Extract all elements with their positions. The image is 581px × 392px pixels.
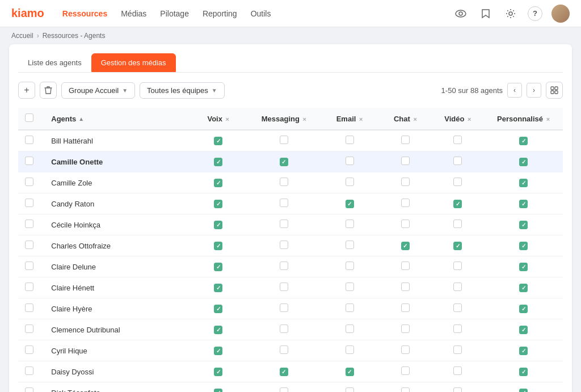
cell-messaging[interactable]: [248, 319, 320, 340]
row-checkbox[interactable]: [25, 136, 33, 144]
cell-messaging[interactable]: [248, 172, 320, 193]
tab-gestion-medias[interactable]: Gestion des médias: [91, 53, 176, 72]
cell-email[interactable]: [320, 172, 379, 193]
row-checkbox[interactable]: [519, 200, 528, 208]
cell-video[interactable]: [432, 172, 485, 193]
cell-chat[interactable]: [379, 130, 432, 151]
cell-email[interactable]: [320, 214, 379, 235]
cell-perso[interactable]: [484, 214, 563, 235]
row-checkbox[interactable]: [401, 345, 410, 354]
row-checkbox[interactable]: [346, 283, 354, 291]
cell-email[interactable]: [320, 151, 379, 172]
row-checkbox[interactable]: [346, 345, 354, 354]
row-checkbox[interactable]: [401, 366, 410, 375]
row-checkbox[interactable]: [401, 387, 410, 392]
nav-ressources[interactable]: Ressources: [62, 7, 107, 20]
filter-email-close[interactable]: ×: [359, 116, 363, 123]
row-checkbox[interactable]: [519, 158, 528, 166]
cell-voix[interactable]: [189, 340, 248, 361]
row-checkbox[interactable]: [280, 283, 288, 291]
row-checkbox[interactable]: [401, 324, 410, 333]
row-checkbox[interactable]: [346, 157, 354, 165]
cell-chat[interactable]: [379, 340, 432, 361]
row-checkbox[interactable]: [401, 220, 410, 228]
cell-messaging[interactable]: [248, 214, 320, 235]
row-checkbox[interactable]: [346, 304, 354, 312]
cell-video[interactable]: [432, 277, 485, 298]
row-checkbox[interactable]: [519, 242, 528, 250]
cell-email[interactable]: [320, 193, 379, 214]
cell-email[interactable]: [320, 382, 379, 393]
row-checkbox[interactable]: [453, 242, 462, 250]
cell-voix[interactable]: [189, 256, 248, 277]
row-checkbox[interactable]: [280, 178, 288, 186]
row-checkbox[interactable]: [346, 241, 354, 249]
cell-video[interactable]: [432, 256, 485, 277]
eye-icon[interactable]: [453, 6, 469, 22]
row-checkbox[interactable]: [346, 387, 354, 392]
cell-chat[interactable]: [379, 193, 432, 214]
cell-messaging[interactable]: [248, 235, 320, 256]
row-checkbox[interactable]: [401, 136, 410, 144]
row-checkbox[interactable]: [25, 304, 33, 312]
row-checkbox[interactable]: [346, 324, 354, 333]
cell-voix[interactable]: [189, 319, 248, 340]
cell-chat[interactable]: [379, 214, 432, 235]
cell-messaging[interactable]: [248, 382, 320, 393]
team-dropdown[interactable]: Toutes les équipes ▼: [140, 82, 225, 99]
row-checkbox[interactable]: [25, 324, 33, 333]
cell-perso[interactable]: [484, 256, 563, 277]
row-checkbox[interactable]: [280, 199, 288, 207]
cell-chat[interactable]: [379, 277, 432, 298]
row-checkbox[interactable]: [25, 345, 33, 354]
row-checkbox[interactable]: [401, 262, 410, 270]
cell-perso[interactable]: [484, 361, 563, 382]
row-checkbox[interactable]: [214, 137, 222, 145]
row-checkbox[interactable]: [214, 389, 222, 392]
row-checkbox[interactable]: [214, 305, 222, 313]
nav-outils[interactable]: Outils: [251, 7, 271, 20]
tab-liste-agents[interactable]: Liste des agents: [18, 53, 91, 72]
row-checkbox[interactable]: [453, 200, 462, 208]
row-checkbox[interactable]: [401, 157, 410, 165]
cell-voix[interactable]: [189, 235, 248, 256]
cell-email[interactable]: [320, 361, 379, 382]
cell-perso[interactable]: [484, 340, 563, 361]
nav-medias[interactable]: Médias: [121, 7, 146, 20]
row-checkbox[interactable]: [346, 178, 354, 186]
cell-email[interactable]: [320, 130, 379, 151]
row-checkbox[interactable]: [214, 263, 222, 271]
cell-video[interactable]: [432, 130, 485, 151]
add-button[interactable]: +: [18, 82, 35, 99]
row-checkbox[interactable]: [25, 178, 33, 186]
row-checkbox[interactable]: [280, 304, 288, 312]
cell-video[interactable]: [432, 235, 485, 256]
cell-messaging[interactable]: [248, 151, 320, 172]
row-checkbox[interactable]: [280, 220, 288, 228]
filter-chat-close[interactable]: ×: [413, 116, 416, 123]
sort-icon[interactable]: ▲: [78, 116, 84, 122]
row-checkbox[interactable]: [401, 283, 410, 291]
cell-perso[interactable]: [484, 193, 563, 214]
row-checkbox[interactable]: [214, 326, 222, 334]
cell-chat[interactable]: [379, 319, 432, 340]
row-checkbox[interactable]: [519, 137, 528, 145]
row-checkbox[interactable]: [519, 326, 528, 334]
help-icon[interactable]: ?: [528, 6, 542, 21]
cell-chat[interactable]: [379, 172, 432, 193]
cell-video[interactable]: [432, 319, 485, 340]
row-checkbox[interactable]: [519, 179, 528, 187]
row-checkbox[interactable]: [25, 241, 33, 249]
row-checkbox[interactable]: [519, 263, 528, 271]
cell-voix[interactable]: [189, 382, 248, 393]
row-checkbox[interactable]: [346, 368, 354, 376]
cell-video[interactable]: [432, 214, 485, 235]
row-checkbox[interactable]: [453, 387, 462, 392]
row-checkbox[interactable]: [214, 179, 222, 187]
cell-chat[interactable]: [379, 382, 432, 393]
filter-perso-close[interactable]: ×: [546, 116, 550, 123]
row-checkbox[interactable]: [25, 387, 33, 392]
row-checkbox[interactable]: [453, 304, 462, 312]
row-checkbox[interactable]: [401, 242, 410, 250]
cell-chat[interactable]: [379, 361, 432, 382]
